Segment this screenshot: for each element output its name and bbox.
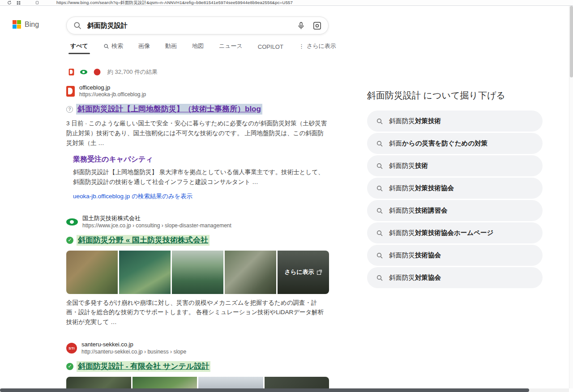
bing-logo[interactable]: Bing bbox=[13, 20, 39, 29]
jce-favicon-icon bbox=[80, 70, 87, 74]
horizontal-scrollbar-thumb[interactable] bbox=[0, 388, 529, 392]
safety-unknown-badge-icon[interactable]: ? bbox=[66, 106, 73, 113]
results-meta-row: 約 32,700 件の結果 bbox=[67, 67, 158, 77]
tab-copilot[interactable]: COPILOT bbox=[257, 42, 284, 55]
search-icon bbox=[376, 118, 383, 125]
deeplink-title[interactable]: 業務受注のキャパシティ bbox=[73, 155, 153, 163]
search-icon bbox=[376, 252, 383, 259]
result-thumbnail[interactable] bbox=[119, 251, 171, 294]
tab-news[interactable]: ニュース bbox=[218, 40, 244, 55]
site-url: http://santeru-sekkei.co.jp › business ›… bbox=[81, 349, 186, 355]
result-item-2: 国土防災技術株式会社 https://www.jce.co.jp › consu… bbox=[66, 215, 329, 327]
result-thumbnail[interactable] bbox=[225, 251, 276, 294]
deeplink-snippet: 斜面防災設計【上岡地盤防災】 泉大津市を拠点としている個人事業主です。技術士とし… bbox=[73, 167, 329, 187]
bing-logo-text: Bing bbox=[25, 21, 39, 29]
officeblog-favicon-icon bbox=[69, 69, 74, 76]
result-snippet: 3 日前 · このような厳しい国土で安全・安心に暮らすために必要なのが斜面防災対… bbox=[66, 119, 329, 148]
result-thumbnail-more[interactable]: さらに表示 bbox=[278, 251, 329, 294]
apps-grid-icon[interactable] bbox=[15, 0, 21, 5]
related-search-item[interactable]: 斜面防災技術 bbox=[367, 155, 543, 176]
browser-address-bar: https://www.bing.com/search?q=斜面防災設計&qsm… bbox=[0, 0, 573, 6]
site-only-results-link[interactable]: ueoka-jb.officeblog.jp の検索結果のみを表示 bbox=[73, 192, 192, 200]
horizontal-scrollbar[interactable] bbox=[0, 388, 569, 392]
result-title-link[interactable]: 斜面防災設計 - 有限会社 サンテル設計 bbox=[77, 361, 210, 372]
external-link-icon bbox=[317, 270, 322, 275]
microphone-icon[interactable] bbox=[297, 21, 305, 30]
tab-all[interactable]: すべて bbox=[69, 40, 89, 55]
santeru-favicon-icon: STI bbox=[66, 343, 77, 354]
result-title-link[interactable]: 斜面防災設計【上岡地盤防災】（技術士事務所）blog bbox=[76, 104, 262, 115]
search-icon bbox=[376, 230, 383, 237]
result-thumbnail[interactable] bbox=[66, 251, 118, 294]
santeru-favicon-icon bbox=[94, 69, 101, 76]
visual-search-icon[interactable] bbox=[312, 21, 322, 30]
tab-search-icon bbox=[103, 43, 109, 49]
related-search-item[interactable]: 斜面防災対策技術協会 bbox=[367, 178, 543, 199]
site-name: santeru-sekkei.co.jp bbox=[81, 341, 186, 348]
result-source[interactable]: STI santeru-sekkei.co.jp http://santeru-… bbox=[66, 341, 329, 355]
search-input[interactable] bbox=[87, 22, 293, 30]
vertical-scrollbar[interactable] bbox=[569, 6, 573, 388]
related-search-item[interactable]: 斜面防災技術協会 bbox=[367, 245, 543, 266]
related-search-item[interactable]: 斜面防災対策技術 bbox=[367, 111, 543, 132]
related-search-item[interactable]: 斜面防災対策技術協会ホームページ bbox=[367, 222, 543, 243]
page-security-icon[interactable] bbox=[34, 0, 40, 5]
tab-videos[interactable]: 動画 bbox=[164, 40, 178, 55]
result-item-1: officeblog.jp https://ueoka-jb.officeblo… bbox=[66, 84, 329, 200]
tab-maps[interactable]: 地図 bbox=[191, 40, 205, 55]
result-source[interactable]: 国土防災技術株式会社 https://www.jce.co.jp › consu… bbox=[66, 215, 329, 229]
tab-more[interactable]: ⋮ さらに表示 bbox=[298, 40, 337, 55]
jce-favicon-icon bbox=[66, 218, 78, 226]
search-box[interactable] bbox=[66, 17, 329, 34]
search-icon bbox=[376, 185, 383, 192]
tab-search[interactable]: 検索 bbox=[103, 40, 124, 55]
result-title-link[interactable]: 斜面防災分野 « 国土防災技術株式会社 bbox=[77, 235, 210, 246]
search-icon bbox=[376, 162, 383, 170]
officeblog-favicon-icon bbox=[66, 86, 75, 97]
search-vertical-tabs: すべて 検索 画像 動画 地図 ニュース COPILOT ⋮ さらに表示 bbox=[69, 40, 337, 55]
site-url: https://www.jce.co.jp › consulting › slo… bbox=[82, 222, 231, 229]
result-snippet: 全国で多発するがけ崩れや崩壊に対し、災害の規模やメカニズムを把握するための調査・… bbox=[66, 298, 329, 327]
search-icon bbox=[376, 140, 383, 147]
search-icon bbox=[376, 207, 383, 214]
more-dots-icon: ⋮ bbox=[299, 43, 304, 50]
search-icon bbox=[376, 274, 383, 281]
related-searches-title: 斜面防災設計 について掘り下げる bbox=[367, 89, 543, 102]
safety-check-icon[interactable]: ✓ bbox=[66, 363, 73, 370]
result-deeplink: 業務受注のキャパシティ 斜面防災設計【上岡地盤防災】 泉大津市を拠点としている個… bbox=[73, 155, 329, 187]
site-name: 国土防災技術株式会社 bbox=[82, 215, 231, 222]
address-url[interactable]: https://www.bing.com/search?q=斜面防災設計&qsm… bbox=[56, 0, 293, 6]
site-url: https://ueoka-jb.officeblog.jp bbox=[79, 91, 146, 98]
result-source[interactable]: officeblog.jp https://ueoka-jb.officeblo… bbox=[66, 84, 329, 98]
related-search-item[interactable]: 斜面防災対策協会 bbox=[367, 267, 543, 288]
microsoft-logo-icon bbox=[13, 20, 21, 29]
search-results: officeblog.jp https://ueoka-jb.officeblo… bbox=[66, 84, 329, 392]
tab-images[interactable]: 画像 bbox=[137, 40, 151, 55]
results-count: 約 32,700 件の結果 bbox=[107, 68, 158, 76]
search-icon[interactable] bbox=[73, 21, 82, 30]
show-more-images-button[interactable]: さらに表示 bbox=[278, 251, 329, 294]
related-search-item[interactable]: 斜面からの災害を防ぐための対策 bbox=[367, 133, 543, 154]
related-searches-panel: 斜面防災設計 について掘り下げる 斜面防災対策技術 斜面からの災害を防ぐための対… bbox=[367, 89, 543, 290]
vertical-scrollbar-thumb[interactable] bbox=[570, 6, 573, 77]
result-item-3: STI santeru-sekkei.co.jp http://santeru-… bbox=[66, 341, 329, 392]
result-thumbnail[interactable] bbox=[172, 251, 223, 294]
safety-check-icon[interactable]: ✓ bbox=[66, 237, 73, 244]
site-name: officeblog.jp bbox=[79, 84, 146, 91]
reload-icon[interactable] bbox=[6, 0, 13, 5]
related-search-item[interactable]: 斜面防災技術講習会 bbox=[367, 200, 543, 221]
result-image-strip: さらに表示 bbox=[66, 251, 329, 294]
